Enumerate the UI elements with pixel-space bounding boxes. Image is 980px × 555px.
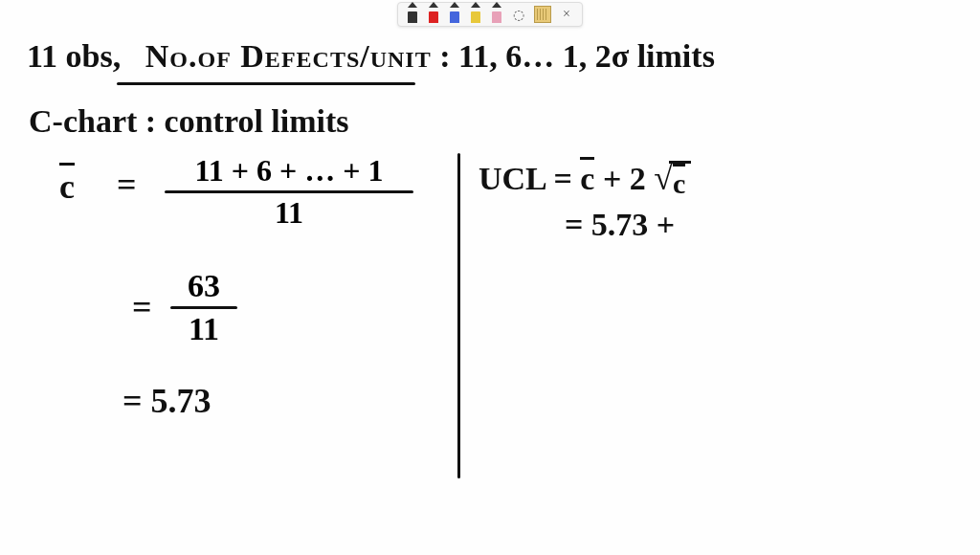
ucl-plus2: + 2 xyxy=(603,161,646,196)
pen-pink-icon[interactable] xyxy=(490,6,503,23)
cbar-result: = 5.73 xyxy=(122,381,212,421)
radicand: c xyxy=(669,161,691,200)
fraction1-numerator: 11 + 6 + … + 1 xyxy=(189,153,390,189)
fraction2-denominator: 11 xyxy=(183,311,225,347)
fraction-63-11: 63 11 xyxy=(170,268,237,347)
sqrt-cbar: √ c xyxy=(654,161,691,200)
text-defects-label: No.of Defects/unit xyxy=(145,38,432,74)
pen-black-icon[interactable] xyxy=(406,6,419,23)
ucl-formula: UCL = c + 2 √ c xyxy=(479,159,691,200)
equals-2: = xyxy=(132,287,152,327)
fraction1-denominator: 11 xyxy=(269,195,309,231)
ucl-value: = 5.73 + xyxy=(565,207,675,243)
annotation-toolbar: ◌ × xyxy=(397,2,583,27)
pen-red-icon[interactable] xyxy=(427,6,440,23)
fraction2-bar xyxy=(170,306,237,309)
text-defects-values: : 11, 6… 1, 2σ limits xyxy=(439,38,715,74)
cbar-symbol: c xyxy=(59,165,75,207)
ucl-cbar: c xyxy=(580,159,594,197)
fraction1-bar xyxy=(165,190,413,193)
fraction2-numerator: 63 xyxy=(182,268,226,304)
note-line-1: 11 obs, No.of Defects/unit : 11, 6… 1, 2… xyxy=(27,38,715,75)
equals-1: = xyxy=(117,165,137,205)
fraction-sum-over-n: 11 + 6 + … + 1 11 xyxy=(165,153,413,231)
vertical-divider xyxy=(457,153,460,478)
pen-blue-icon[interactable] xyxy=(448,6,461,23)
underline-defects xyxy=(117,82,415,85)
ucl-label: UCL = xyxy=(479,161,580,196)
text-obs: 11 obs, xyxy=(27,38,121,74)
lasso-icon[interactable]: ◌ xyxy=(511,7,526,22)
ruler-icon[interactable] xyxy=(534,6,551,23)
close-icon[interactable]: × xyxy=(559,7,574,22)
note-line-2: C-chart : control limits xyxy=(29,103,349,140)
pen-yellow-icon[interactable] xyxy=(469,6,482,23)
